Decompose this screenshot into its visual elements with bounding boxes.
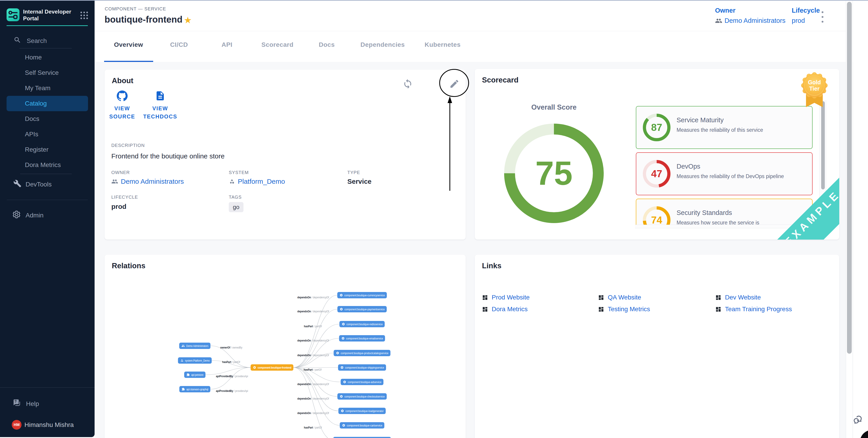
page-title: boutique-frontend — [104, 14, 182, 25]
metric-card-service-maturity[interactable]: 87Service MaturityMeasures the reliabili… — [636, 106, 812, 149]
graph-node[interactable]: component:boutique-paymentservice — [337, 306, 387, 312]
search-input[interactable]: Search — [27, 37, 47, 44]
header-owner: Owner Demo Administrators — [715, 7, 785, 25]
links-card: Links Prod WebsiteQA WebsiteDev WebsiteD… — [475, 255, 839, 438]
scorecard-metric-list: 87Service MaturityMeasures the reliabili… — [635, 100, 820, 225]
relations-graph: Demo Administratorssystem:Platform_Demoa… — [104, 255, 466, 438]
tab-docs[interactable]: Docs — [319, 41, 335, 48]
tab-api[interactable]: API — [221, 41, 232, 48]
view-techdocs-button[interactable]: VIEW TECHDOCS — [142, 91, 178, 121]
page-scrollbar-thumb[interactable] — [847, 2, 852, 354]
svg-text:component:boutique-checkoutser: component:boutique-checkoutservice — [344, 395, 385, 398]
sidebar-item-catalog[interactable]: Catalog — [6, 96, 88, 111]
sidebar-item-help[interactable]: ? Help — [12, 398, 39, 409]
dashboard-icon — [598, 306, 604, 312]
graph-node[interactable]: component:boutique-loadgenerator — [339, 408, 386, 414]
graph-edge-label: hasPart / partOf — [304, 368, 321, 371]
graph-edge-label: ownerOf / ownedBy — [220, 346, 242, 349]
system-field-value[interactable]: Platform_Demo — [229, 178, 285, 185]
page-scrollbar-track[interactable] — [846, 0, 853, 438]
graph-edge-label: apiProvidedBy / providesApi — [216, 374, 248, 378]
graph-node[interactable]: system:Platform_Demo — [178, 357, 212, 364]
graph-edge-label: hasPart / partOf — [304, 325, 322, 328]
sidebar-user[interactable]: HM Himanshu Mishra — [12, 420, 74, 430]
graph-node[interactable]: api:petstore — [184, 372, 206, 378]
metric-card-security-standards[interactable]: 74Security StandardsMeasures how secure … — [636, 199, 812, 225]
sidebar-item-dora-metrics[interactable]: Dora Metrics — [0, 157, 95, 173]
metric-value: 87 — [643, 113, 671, 141]
refresh-icon[interactable] — [403, 79, 413, 89]
avatar[interactable]: HM — [12, 420, 22, 430]
sidebar-item-devtools[interactable]: DevTools — [13, 179, 52, 189]
apps-grid-icon[interactable] — [80, 11, 88, 20]
link-dora-metrics[interactable]: Dora Metrics — [482, 306, 528, 313]
sidebar-item-apis[interactable]: APIs — [0, 127, 95, 142]
graph-node[interactable]: component:boutique-adservice — [341, 379, 383, 385]
lifecycle-value: prod — [792, 17, 805, 25]
tab-dependencies[interactable]: Dependencies — [361, 41, 405, 48]
sidebar-divider — [6, 25, 88, 26]
edit-pencil-icon[interactable] — [449, 79, 460, 89]
tab-kubernetes[interactable]: Kubernetes — [425, 41, 461, 48]
sidebar-item-docs[interactable]: Docs — [0, 111, 95, 127]
graph-node[interactable]: component:boutique-cartservice — [340, 422, 384, 429]
sidebar-item-home[interactable]: Home — [0, 50, 95, 65]
graph-node[interactable] — [333, 437, 391, 438]
lifecycle-field-label: LIFECYCLE — [111, 195, 138, 200]
people-icon — [715, 17, 722, 25]
view-source-label: VIEW SOURCE — [104, 104, 140, 121]
user-name: Himanshu Mishra — [25, 421, 74, 429]
graph-node[interactable]: api:starwars-graphql — [180, 386, 211, 392]
graph-node[interactable]: component:boutique-checkoutservice — [337, 393, 387, 400]
metric-description: Measures the reliability of this service — [677, 127, 763, 133]
sidebar-item-my-team[interactable]: My Team — [0, 80, 95, 96]
graph-node[interactable]: component:boutique-redisservice — [339, 321, 385, 327]
metric-name: Service Maturity — [677, 116, 763, 124]
graph-node[interactable]: component:boutique-currencyservice — [337, 292, 387, 298]
help-chat-icon: ? — [12, 398, 22, 409]
relations-card: Relations Demo Administratorssystem:Plat… — [104, 255, 466, 438]
owner-link[interactable]: Demo Administrators — [724, 17, 785, 25]
overall-score-label: Overall Score — [531, 103, 577, 111]
graph-node[interactable]: Demo Administrators — [179, 343, 211, 349]
graph-edge-label: dependsOn / dependencyOf — [297, 382, 329, 386]
tag-chip: go — [229, 202, 244, 212]
description-label: DESCRIPTION — [111, 143, 145, 148]
link-dev-website[interactable]: Dev Website — [715, 294, 761, 301]
sidebar: Internal Developer Portal Search HomeSel… — [0, 0, 95, 437]
sidebar-item-label: Help — [26, 400, 39, 407]
badge-line2: Tier — [809, 86, 819, 92]
svg-text:Demo Administrators: Demo Administrators — [186, 344, 208, 347]
dashboard-icon — [482, 295, 488, 301]
link-prod-website[interactable]: Prod Website — [482, 294, 530, 301]
svg-text:system:Platform_Demo: system:Platform_Demo — [185, 359, 210, 362]
graph-node[interactable]: component:boutique-shippingservice — [338, 364, 386, 371]
more-options-icon[interactable] — [818, 11, 827, 23]
owner-field-value[interactable]: Demo Administrators — [111, 178, 184, 185]
link-team-training-progress[interactable]: Team Training Progress — [715, 306, 792, 313]
tab-overview[interactable]: Overview — [114, 41, 143, 48]
sidebar-item-self-service[interactable]: Self Service — [0, 65, 95, 80]
metric-name: DevOps — [677, 163, 784, 170]
link-testing-metrics[interactable]: Testing Metrics — [598, 306, 650, 313]
metric-scrollbar-thumb[interactable] — [821, 101, 825, 190]
github-icon — [117, 91, 128, 101]
graph-node[interactable]: component:boutique-frontend — [251, 364, 293, 371]
graph-edge-label: dependsOn / dependencyOf — [297, 296, 329, 299]
app-logo-icon[interactable] — [6, 8, 20, 21]
system-icon — [229, 178, 235, 184]
link-qa-website[interactable]: QA Website — [598, 294, 641, 301]
metric-card-devops[interactable]: 47DevOpsMeasures the reliability of the … — [636, 152, 812, 195]
tab-ci-cd[interactable]: CI/CD — [170, 41, 188, 48]
sidebar-item-register[interactable]: Register — [0, 142, 95, 157]
graph-node[interactable]: component:boutique-emailservice — [339, 335, 385, 341]
tab-scorecard[interactable]: Scorecard — [261, 41, 293, 48]
dashboard-icon — [598, 295, 604, 301]
breadcrumb: COMPONENT — SERVICE — [105, 6, 166, 11]
favorite-star-icon[interactable]: ★ — [184, 15, 192, 25]
sidebar-item-admin[interactable]: Admin — [12, 210, 43, 221]
graph-node[interactable]: component:boutique-productcatalogservice — [334, 350, 391, 356]
chat-bubbles-icon[interactable] — [852, 415, 863, 427]
sidebar-search[interactable]: Search — [13, 36, 47, 45]
view-source-button[interactable]: VIEW SOURCE — [104, 91, 140, 121]
